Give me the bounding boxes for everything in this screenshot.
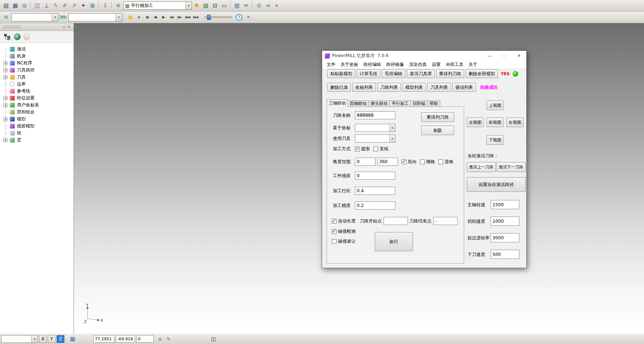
menu-item-path-edit[interactable]: 路径编辑 [361,62,384,68]
checkbox-icon[interactable] [332,219,337,224]
grid-table-icon[interactable]: ▦ [68,334,77,343]
tool-list-button[interactable]: 刀具列表 [427,83,451,92]
toolkit-icon[interactable]: ✱ [192,1,201,10]
tab-3axis[interactable]: 三轴联动 [327,99,348,107]
checkbox-icon[interactable] [402,159,406,164]
go-start-button[interactable]: ▮◀◀ [184,13,192,21]
end-point-input[interactable] [433,217,458,225]
explorer-panel-header[interactable]: ▫ ✕ [0,23,74,31]
chevron-down-icon[interactable]: ▾ [115,14,122,21]
view-left-button[interactable]: 左视图 [467,117,484,127]
tree-item-workplanes[interactable]: 用户坐标系 [0,102,74,109]
step-forward-button[interactable]: ▮▶ [159,13,167,21]
glasses-icon[interactable]: ∞ [264,1,273,10]
tree-item-tools[interactable]: 刀具 [0,74,74,81]
tree-item-boundaries[interactable]: 边界 [0,81,74,88]
expand-plus-icon[interactable] [3,68,7,72]
close-button[interactable]: ✕ [512,51,526,61]
tab-cutting-saw[interactable]: 切割锯 [411,101,428,107]
checkbox-icon[interactable] [355,147,360,151]
delete-all-models-button[interactable]: 删除全部模型 [466,69,498,78]
expand-plus-icon[interactable] [3,61,7,65]
close-toolbar-icon[interactable]: ✕ [273,1,280,10]
conventional-mill-checkbox[interactable]: 逆铣 [438,159,453,165]
machine-sim-icon[interactable]: ⊙ [255,1,264,10]
scissors-icon[interactable]: ✂ [242,1,251,10]
nc-program-dropdown[interactable]: ▾ [11,13,58,21]
tolerance-input[interactable] [355,201,395,210]
rearrange-button[interactable]: 重排列刀路 [421,112,454,122]
tab-parallel[interactable]: 平行加工 [390,101,411,107]
tree-item-feature-sets[interactable]: 特征设置 [0,95,74,102]
view-right-button[interactable]: 右视图 [506,117,523,127]
checkbox-icon[interactable] [420,159,425,164]
menu-item-path-mirror[interactable]: 路径镜像 [384,62,406,68]
step-back-button[interactable]: ◀▮ [151,13,159,21]
float-panel-icon[interactable]: ▫ [61,25,67,29]
dialog-titlebar[interactable]: PowerMILL 忆梦星河 7.0.6 — □ ✕ [322,51,526,61]
tool-library-button[interactable]: 星河刀具库 [407,69,435,78]
toolpath-list-button[interactable]: 刀路列表 [377,83,401,92]
chevron-down-icon[interactable]: ▾ [185,2,192,9]
tree-item-nc-programs[interactable]: NC程序 [0,60,74,67]
play-button[interactable]: ▶ [135,13,143,21]
menu-item-about[interactable]: 关于 [466,62,480,68]
lightbulb-icon[interactable]: ◉ [126,13,135,22]
spindle-speed-input[interactable] [491,200,519,209]
columns-icon[interactable]: ▥ [232,1,242,10]
expand-plus-icon[interactable] [3,117,7,121]
checkbox-icon[interactable] [438,159,443,164]
stock-edit-button[interactable]: 毛坯编辑 [382,69,405,78]
drive-list-button[interactable]: 驱动列表 [452,83,476,92]
pause-button[interactable]: ▮▮ [143,13,151,21]
maximize-button[interactable]: □ [497,51,512,61]
chevron-down-icon[interactable]: ▾ [31,336,38,343]
menu-item-render-sim[interactable]: 渲染仿真 [406,62,429,68]
new-model-icon[interactable]: ▤ [1,1,11,10]
chevron-down-icon[interactable]: ▾ [389,124,395,131]
toolpath-name-input[interactable] [355,111,395,119]
axis-z-button[interactable]: Z [57,335,64,343]
coordinate-y-input[interactable] [116,335,135,343]
expand-plus-icon[interactable] [3,75,7,79]
next-toolpath-button[interactable]: 激活下一刀路 [497,162,526,172]
minimize-button[interactable]: — [482,51,497,61]
close-toolbar-icon[interactable]: ✕ [245,13,252,22]
caliper-icon[interactable]: ⊥ [42,1,51,10]
tree-item-activate[interactable]: 激活 [0,46,74,53]
machining-strategy-dropdown[interactable]: ▦ 平行精加工 ▾ [124,1,192,10]
chevron-down-icon[interactable]: ▾ [52,14,58,21]
statusbar-dropdown[interactable]: ▾ [1,335,38,343]
rewind-button[interactable]: ◀◀ [167,13,175,21]
diamond-tool-icon[interactable]: ✦ [79,1,88,10]
cutting-speed-input[interactable] [491,217,519,226]
stepover-input[interactable] [355,187,395,195]
mode-circle-checkbox[interactable]: 圆形 [355,146,370,152]
view-bottom-button[interactable]: 下视图 [487,135,504,145]
compute-stock-button[interactable]: 计算毛坯 [357,69,380,78]
rearrange-toolpaths-button[interactable]: 重排列刀路 [436,69,464,78]
clipboard-icon[interactable]: ◫ [211,336,216,342]
tree-item-stock-models[interactable]: 残留模型 [0,123,74,130]
collision-avoid-checkbox[interactable]: 碰撞避让 [332,238,356,245]
menu-item-settings[interactable]: 设置 [429,62,443,68]
plunge-speed-input[interactable] [491,250,519,259]
chart-icon[interactable]: ▧ [201,1,210,10]
go-end-button[interactable]: ▶▶▮ [192,13,200,21]
grid-block-icon[interactable]: ⊞ [88,1,97,10]
teapot-icon[interactable]: ◍ [20,1,29,10]
base-coord-select[interactable]: ▾ [355,124,395,132]
refresh-button[interactable]: 刷新 [421,126,454,135]
tree-item-machine[interactable]: 机床 [0,53,74,60]
tree-item-models[interactable]: 模型 [0,116,74,123]
menu-item-external-tools[interactable]: 外部工具 [443,62,466,68]
tab-help[interactable]: 帮助 [428,101,440,107]
stock-allowance-input[interactable] [355,172,395,180]
expand-plus-icon[interactable] [3,138,7,142]
simulation-toolpath-dropdown[interactable]: ▾ [68,13,122,21]
toolpath-wave-icon[interactable]: ≋ [114,1,123,10]
toolpath-small-icon[interactable]: ≋ [1,13,11,22]
delete-selected-button[interactable]: 删除已选 [327,83,351,92]
bidirectional-checkbox[interactable]: 双向 [402,159,417,165]
tab-4axis[interactable]: 四轴联动 [348,101,369,107]
